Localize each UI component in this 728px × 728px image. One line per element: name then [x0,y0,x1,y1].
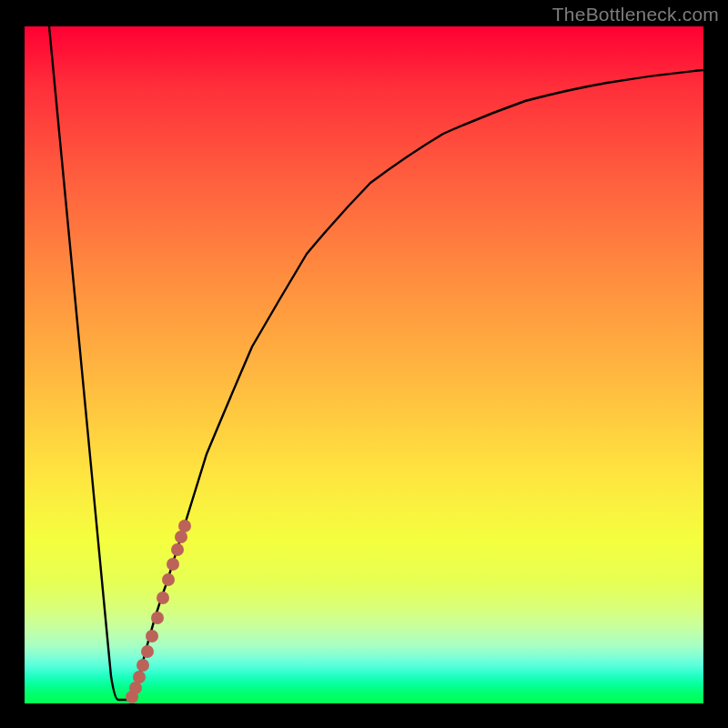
svg-point-8 [162,573,175,586]
watermark-text: TheBottleneck.com [552,4,719,25]
plot-area [25,26,703,703]
svg-point-7 [157,592,169,604]
chart-svg [25,26,703,703]
svg-point-1 [129,682,142,694]
svg-point-3 [136,659,149,672]
svg-point-12 [178,520,191,532]
svg-point-11 [175,531,187,543]
svg-point-10 [171,543,184,556]
svg-point-2 [133,671,146,683]
svg-point-6 [151,612,164,624]
svg-point-5 [146,630,158,642]
dot-cluster [126,520,191,703]
svg-point-9 [167,558,179,571]
svg-point-4 [141,645,154,658]
bottleneck-curve [49,26,703,700]
chart-frame: TheBottleneck.com [0,0,728,728]
